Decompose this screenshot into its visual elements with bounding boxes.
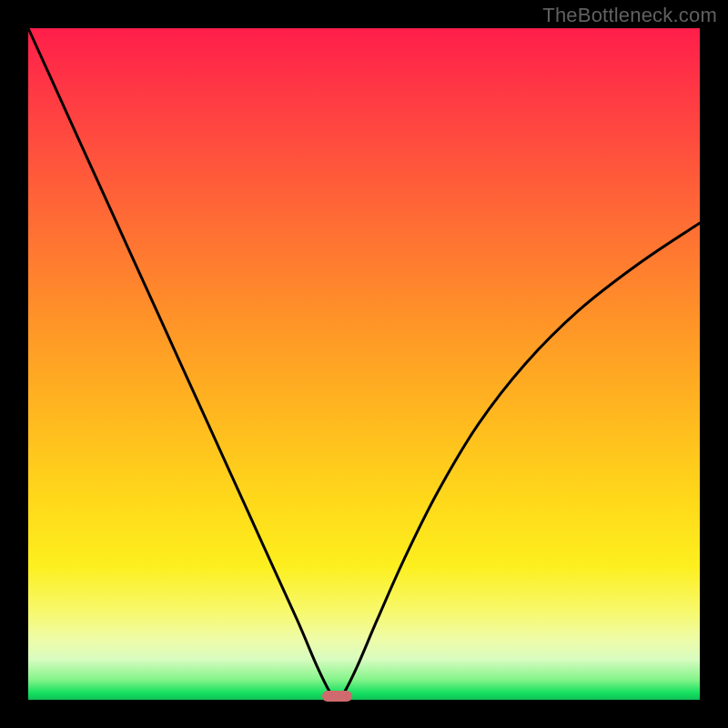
bottleneck-marker — [322, 691, 352, 702]
bottleneck-curve-path — [28, 28, 700, 700]
plot-area — [28, 28, 700, 700]
chart-frame: TheBottleneck.com — [0, 0, 728, 728]
watermark-text: TheBottleneck.com — [542, 4, 717, 27]
curve-svg — [28, 28, 700, 700]
